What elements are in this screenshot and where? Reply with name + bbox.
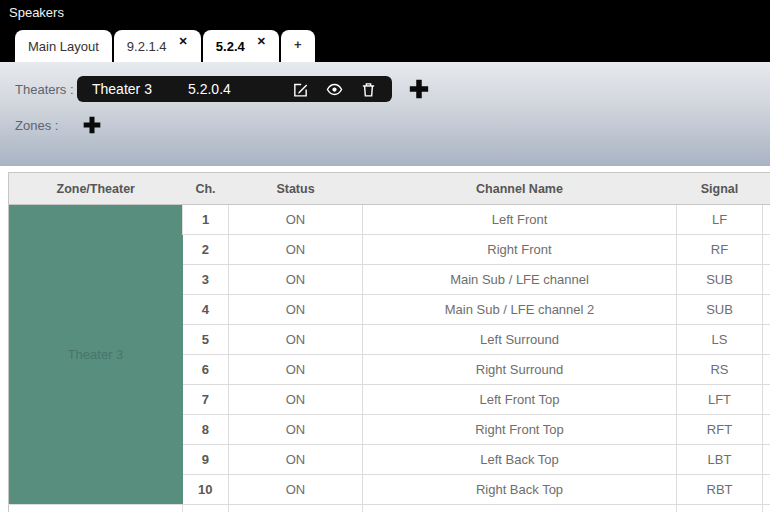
status-cell[interactable]: [229, 505, 363, 512]
add-tab-label: +: [294, 37, 302, 52]
channel-name-cell: Left Surround: [363, 325, 677, 355]
signal-cell: RBT: [677, 475, 763, 505]
col-header-status: Status: [229, 173, 363, 205]
status-cell[interactable]: ON: [229, 355, 363, 385]
signal-cell: LFT: [677, 385, 763, 415]
cutoff-cell: [763, 325, 770, 355]
add-theater-button[interactable]: [408, 78, 430, 100]
channel-number-cell: 6: [183, 355, 229, 385]
theaters-row: Theaters : Theater 3 5.2.0.4: [15, 76, 770, 102]
theater-pill[interactable]: Theater 3 5.2.0.4: [77, 76, 392, 102]
tab-label: 5.2.4: [216, 39, 245, 54]
zone-cell: Theater 3: [9, 205, 183, 505]
signal-cell: RS: [677, 355, 763, 385]
col-header-channel: Ch.: [183, 173, 229, 205]
theater-actions: [292, 81, 377, 98]
theater-layout-version: 5.2.0.4: [188, 81, 280, 97]
tab-label: 9.2.1.4: [127, 39, 167, 54]
table-body: Theater 3 1 ON Left Front LF 2 ON Right …: [9, 205, 770, 512]
tab-label: Main Layout: [28, 39, 99, 54]
channel-name-cell: Right Front: [363, 235, 677, 265]
tab-main-layout[interactable]: Main Layout: [15, 30, 112, 62]
signal-cell: LBT: [677, 445, 763, 475]
cutoff-cell: [763, 445, 770, 475]
channel-number-cell: [183, 505, 229, 512]
channel-name-cell: Left Back Top: [363, 445, 677, 475]
channel-number-cell: 4: [183, 295, 229, 325]
signal-cell: LF: [677, 205, 763, 235]
trash-icon[interactable]: [360, 81, 377, 98]
cutoff-cell: [763, 235, 770, 265]
channel-name-cell: Main Sub / LFE channel: [363, 265, 677, 295]
cutoff-cell: [763, 295, 770, 325]
channel-name-cell: [363, 505, 677, 512]
col-header-cutoff: [763, 173, 770, 205]
channel-number-cell: 5: [183, 325, 229, 355]
cutoff-cell: [763, 385, 770, 415]
status-cell[interactable]: ON: [229, 205, 363, 235]
table-header-row: Zone/Theater Ch. Status Channel Name Sig…: [9, 173, 770, 205]
table-row: [9, 505, 770, 512]
col-header-zone-theater: Zone/Theater: [9, 173, 183, 205]
page-title: Speakers: [9, 5, 64, 20]
channel-number-cell: 1: [183, 205, 229, 235]
tab-add[interactable]: +: [281, 30, 315, 62]
channel-name-cell: Right Front Top: [363, 415, 677, 445]
col-header-signal: Signal: [677, 173, 763, 205]
edit-icon[interactable]: [292, 81, 309, 98]
status-cell[interactable]: ON: [229, 445, 363, 475]
channel-number-cell: 3: [183, 265, 229, 295]
channels-table-area: Zone/Theater Ch. Status Channel Name Sig…: [8, 172, 770, 512]
signal-cell: SUB: [677, 265, 763, 295]
channel-number-cell: 10: [183, 475, 229, 505]
signal-cell: RF: [677, 235, 763, 265]
status-cell[interactable]: ON: [229, 235, 363, 265]
zones-row: Zones :: [15, 115, 770, 135]
cutoff-cell: [763, 475, 770, 505]
cutoff-cell: [763, 415, 770, 445]
channel-name-cell: Left Front: [363, 205, 677, 235]
channel-name-cell: Main Sub / LFE channel 2: [363, 295, 677, 325]
channel-number-cell: 8: [183, 415, 229, 445]
status-cell[interactable]: ON: [229, 325, 363, 355]
close-icon[interactable]: ✕: [179, 35, 188, 48]
zone-cell-empty: [9, 505, 183, 512]
channel-name-cell: Right Back Top: [363, 475, 677, 505]
tab-bar: Main Layout 9.2.1.4 ✕ 5.2.4 ✕ +: [15, 30, 315, 62]
cutoff-cell: [763, 505, 770, 512]
status-cell[interactable]: ON: [229, 415, 363, 445]
channel-name-cell: Left Front Top: [363, 385, 677, 415]
channel-name-cell: Right Surround: [363, 355, 677, 385]
status-cell[interactable]: ON: [229, 295, 363, 325]
col-header-channel-name: Channel Name: [363, 173, 677, 205]
tab-5-2-4[interactable]: 5.2.4 ✕: [203, 30, 279, 62]
eye-icon[interactable]: [326, 81, 343, 98]
table-row: Theater 3 1 ON Left Front LF: [9, 205, 770, 235]
theaters-zones-panel: Theaters : Theater 3 5.2.0.4: [0, 62, 770, 166]
channels-table: Zone/Theater Ch. Status Channel Name Sig…: [8, 172, 770, 512]
theater-name: Theater 3: [92, 81, 188, 97]
status-cell[interactable]: ON: [229, 265, 363, 295]
close-icon[interactable]: ✕: [257, 35, 266, 48]
channel-number-cell: 9: [183, 445, 229, 475]
cutoff-cell: [763, 355, 770, 385]
add-zone-button[interactable]: [82, 115, 102, 135]
tab-9-2-1-4[interactable]: 9.2.1.4 ✕: [114, 30, 201, 62]
signal-cell: [677, 505, 763, 512]
signal-cell: LS: [677, 325, 763, 355]
signal-cell: SUB: [677, 295, 763, 325]
cutoff-cell: [763, 265, 770, 295]
top-bar: Speakers Main Layout 9.2.1.4 ✕ 5.2.4 ✕ +: [0, 0, 770, 62]
channel-number-cell: 2: [183, 235, 229, 265]
signal-cell: RFT: [677, 415, 763, 445]
zones-label: Zones :: [15, 118, 77, 133]
channel-number-cell: 7: [183, 385, 229, 415]
status-cell[interactable]: ON: [229, 385, 363, 415]
theaters-label: Theaters :: [15, 82, 77, 97]
status-cell[interactable]: ON: [229, 475, 363, 505]
cutoff-cell: [763, 205, 770, 235]
